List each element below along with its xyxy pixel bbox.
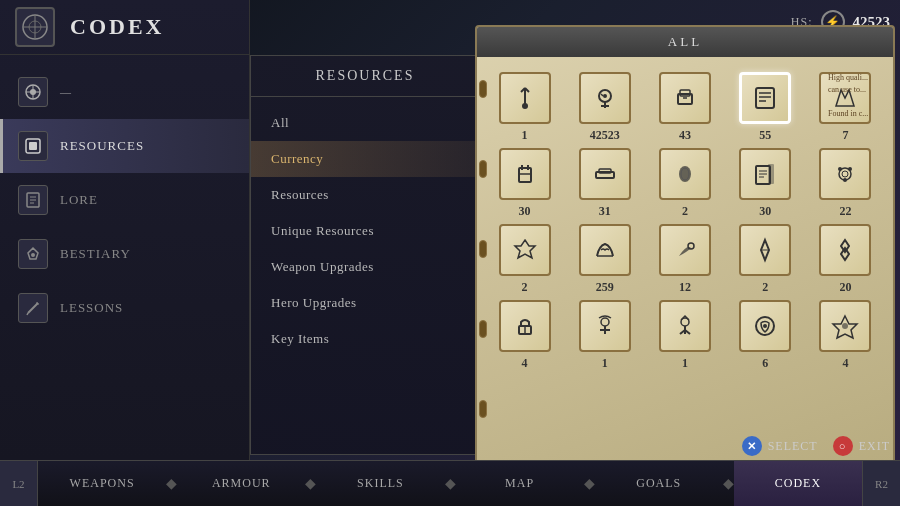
item-cell-9[interactable]: 22 <box>808 148 883 219</box>
item-icon-18 <box>739 300 791 352</box>
book-top-bar: ALL <box>477 27 893 57</box>
resources-active-label: RESOURCES <box>60 138 144 154</box>
resources-active-icon <box>18 131 48 161</box>
menu-item-weapon-upgrades[interactable]: Weapon Upgrades <box>251 249 479 285</box>
description-panel: High quali...can use to...Found in c... <box>823 67 888 125</box>
weapons-label: WEAPONS <box>70 476 135 491</box>
bottom-skills[interactable]: SKILLS <box>316 461 444 506</box>
divider-2: ◆ <box>305 475 316 492</box>
skills-label: SKILLS <box>357 476 404 491</box>
bottom-map[interactable]: MAP <box>456 461 584 506</box>
bottom-armour[interactable]: ARMOUR <box>177 461 305 506</box>
menu-item-key-items[interactable]: Key Items <box>251 321 479 357</box>
item-cell-1[interactable]: 42523 <box>567 72 642 143</box>
item-count-1: 42523 <box>590 128 620 143</box>
item-count-8: 30 <box>759 204 771 219</box>
menu-item-resources[interactable]: Resources <box>251 177 479 213</box>
r2-button[interactable]: R2 <box>862 461 900 507</box>
item-cell-13[interactable]: 2 <box>728 224 803 295</box>
item-cell-10[interactable]: 2 <box>487 224 562 295</box>
item-icon-2 <box>659 72 711 124</box>
menu-item-unique-resources[interactable]: Unique Resources <box>251 213 479 249</box>
sidebar-item-lore[interactable]: LORE <box>0 173 249 227</box>
select-action[interactable]: ✕ SELECT <box>742 436 818 456</box>
item-icon-12 <box>659 224 711 276</box>
sidebar-item-lessons[interactable]: LESSONS <box>0 281 249 335</box>
lore-label: LORE <box>60 192 98 208</box>
divider-1: ◆ <box>166 475 177 492</box>
svg-point-48 <box>838 167 842 171</box>
bottom-bar: L2 WEAPONS ◆ ARMOUR ◆ SKILLS ◆ MAP ◆ GOA… <box>0 460 900 506</box>
item-cell-12[interactable]: 12 <box>647 224 722 295</box>
book-ring-5 <box>479 400 487 418</box>
sidebar: CODEX — RESOURCES <box>0 0 250 460</box>
item-cell-14[interactable]: 20 <box>808 224 883 295</box>
book-ring-3 <box>479 240 487 258</box>
logo-svg <box>21 13 49 41</box>
item-icon-17 <box>659 300 711 352</box>
item-cell-19[interactable]: 4 <box>808 300 883 371</box>
menu-item-currency[interactable]: Currency <box>251 141 479 177</box>
exit-action[interactable]: ○ EXIT <box>833 436 890 456</box>
item-cell-11[interactable]: 259 <box>567 224 642 295</box>
item-cell-2[interactable]: 43 <box>647 72 722 143</box>
item-icon-19 <box>819 300 871 352</box>
exit-label: EXIT <box>859 439 890 454</box>
menu-item-hero-upgrades[interactable]: Hero Upgrades <box>251 285 479 321</box>
svg-point-52 <box>688 243 694 249</box>
item-cell-15[interactable]: 4 <box>487 300 562 371</box>
resources-header: RESOURCES <box>251 56 479 97</box>
item-count-0: 1 <box>522 128 528 143</box>
svg-point-23 <box>603 94 607 98</box>
resources-menu: All Currency Resources Unique Resources … <box>251 97 479 365</box>
book-ring-1 <box>479 80 487 98</box>
armour-label: ARMOUR <box>212 476 271 491</box>
item-count-3: 55 <box>759 128 771 143</box>
item-cell-7[interactable]: 2 <box>647 148 722 219</box>
x-button: ✕ <box>742 436 762 456</box>
item-count-2: 43 <box>679 128 691 143</box>
l2-button[interactable]: L2 <box>0 461 38 507</box>
svg-point-50 <box>843 178 847 182</box>
o-button: ○ <box>833 436 853 456</box>
item-icon-7 <box>659 148 711 200</box>
item-cell-8[interactable]: 30 <box>728 148 803 219</box>
menu-item-all[interactable]: All <box>251 105 479 141</box>
item-icon-9 <box>819 148 871 200</box>
item-count-6: 31 <box>599 204 611 219</box>
resources-panel: RESOURCES All Currency Resources Unique … <box>250 55 480 455</box>
item-icon-0 <box>499 72 551 124</box>
item-cell-16[interactable]: 1 <box>567 300 642 371</box>
item-count-19: 4 <box>842 356 848 371</box>
book-ring-2 <box>479 160 487 178</box>
bottom-weapons[interactable]: WEAPONS <box>38 461 166 506</box>
item-count-10: 2 <box>522 280 528 295</box>
item-icon-16 <box>579 300 631 352</box>
item-cell-17[interactable]: 1 <box>647 300 722 371</box>
sidebar-title: CODEX <box>70 14 164 40</box>
svg-point-56 <box>601 318 609 326</box>
sidebar-item-bestiary[interactable]: BESTIARY <box>0 227 249 281</box>
item-cell-18[interactable]: 6 <box>728 300 803 371</box>
item-icon-11 <box>579 224 631 276</box>
bottom-goals[interactable]: GOALS <box>595 461 723 506</box>
item-cell-6[interactable]: 31 <box>567 148 642 219</box>
resources-label: — <box>60 86 72 98</box>
svg-point-14 <box>31 253 35 257</box>
item-count-14: 20 <box>839 280 851 295</box>
bestiary-icon <box>18 239 48 269</box>
book-container: ALL 1 <box>475 25 895 465</box>
item-cell-3[interactable]: 55 <box>728 72 803 143</box>
item-cell-0[interactable]: 1 <box>487 72 562 143</box>
svg-line-16 <box>27 313 28 315</box>
item-count-17: 1 <box>682 356 688 371</box>
bottom-codex[interactable]: CODEX <box>734 461 862 506</box>
divider-3: ◆ <box>445 475 456 492</box>
item-count-7: 2 <box>682 204 688 219</box>
sidebar-item-resources-active[interactable]: RESOURCES <box>0 119 249 173</box>
svg-rect-29 <box>756 88 774 108</box>
item-cell-5[interactable]: 30 <box>487 148 562 219</box>
codex-logo-icon <box>15 7 55 47</box>
sidebar-item-resources[interactable]: — <box>0 65 249 119</box>
bestiary-label: BESTIARY <box>60 246 131 262</box>
